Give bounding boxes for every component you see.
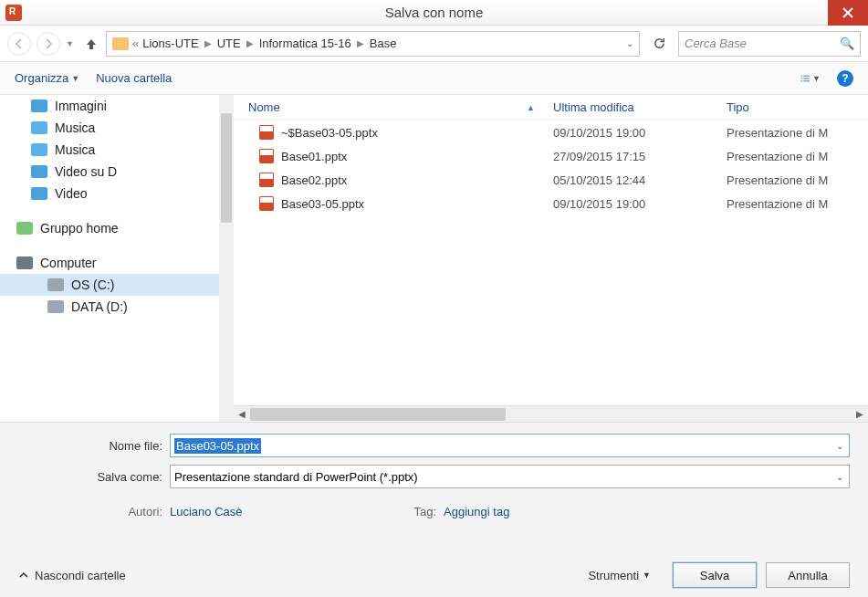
- tag-label: Tag:: [414, 505, 437, 518]
- file-row[interactable]: Base01.pptx 27/09/2015 17:15 Presentazio…: [234, 144, 868, 168]
- header-type[interactable]: Tipo: [727, 100, 868, 114]
- search-icon: 🔍: [840, 37, 854, 50]
- header-name[interactable]: Nome▲: [234, 100, 553, 114]
- crumb-prefix: «: [132, 37, 139, 50]
- sidebar-drive-c[interactable]: OS (C:): [0, 274, 234, 296]
- svg-rect-7: [803, 80, 810, 81]
- address-bar[interactable]: « Lions-UTE ▶ UTE ▶ Informatica 15-16 ▶ …: [106, 31, 640, 57]
- file-row[interactable]: Base02.pptx 05/10/2015 12:44 Presentazio…: [234, 168, 868, 192]
- hide-folders-button[interactable]: Nascondi cartelle: [18, 569, 126, 582]
- arrow-up-icon: [85, 37, 98, 50]
- sort-asc-icon: ▲: [527, 103, 535, 112]
- chevron-right-icon: ▶: [245, 38, 256, 48]
- music-icon: [31, 121, 47, 134]
- close-button[interactable]: [828, 0, 868, 26]
- title-bar: Salva con nome: [0, 0, 868, 26]
- tools-label: Strumenti: [588, 569, 639, 582]
- video-icon: [31, 187, 47, 200]
- forward-button[interactable]: [37, 32, 60, 56]
- scroll-right-icon[interactable]: ▶: [852, 409, 868, 419]
- history-dropdown[interactable]: ▼: [66, 39, 77, 48]
- sidebar-item-label: Gruppo home: [40, 221, 119, 236]
- pptx-icon: [259, 196, 274, 211]
- pptx-icon: [259, 149, 274, 163]
- sidebar-scrollbar[interactable]: [219, 95, 234, 422]
- sidebar-item-music[interactable]: Musica: [0, 117, 234, 139]
- file-row[interactable]: ~$Base03-05.pptx 09/10/2015 19:00 Presen…: [234, 120, 868, 144]
- sidebar: Immagini Musica Musica Video su D Video …: [0, 95, 234, 422]
- header-modified[interactable]: Ultima modifica: [553, 100, 727, 114]
- file-hscrollbar[interactable]: ◀ ▶: [234, 405, 868, 422]
- video-icon: [31, 165, 47, 178]
- authors-value[interactable]: Luciano Casè: [170, 505, 243, 518]
- folder-icon: [112, 37, 129, 50]
- savetype-value: Presentazione standard di PowerPoint (*.…: [174, 470, 418, 484]
- file-type: Presentazione di M: [727, 197, 868, 211]
- address-dropdown[interactable]: ⌄: [626, 38, 633, 48]
- scrollbar-thumb[interactable]: [250, 408, 506, 421]
- scrollbar-thumb[interactable]: [221, 113, 232, 223]
- up-button[interactable]: [82, 35, 100, 53]
- file-row[interactable]: Base03-05.pptx 09/10/2015 19:00 Presenta…: [234, 192, 868, 215]
- file-name: Base01.pptx: [281, 150, 347, 163]
- save-button[interactable]: Salva: [673, 562, 757, 588]
- crumb-2[interactable]: Informatica 15-16: [259, 37, 351, 50]
- crumb-1[interactable]: UTE: [217, 37, 241, 50]
- authors-label: Autori:: [18, 505, 162, 518]
- chevron-down-icon[interactable]: ⌄: [836, 441, 843, 451]
- sidebar-item-video[interactable]: Video: [0, 183, 234, 204]
- music-icon: [31, 143, 47, 156]
- sidebar-item-label: Immagini: [55, 99, 107, 113]
- drive-icon: [47, 300, 64, 313]
- sidebar-item-label: OS (C:): [71, 278, 114, 292]
- back-button[interactable]: [7, 32, 31, 56]
- filename-input[interactable]: Base03-05.pptx ⌄: [170, 434, 850, 457]
- body-split: Immagini Musica Musica Video su D Video …: [0, 95, 868, 422]
- svg-rect-2: [801, 75, 803, 76]
- sidebar-drive-d[interactable]: DATA (D:): [0, 296, 234, 318]
- file-modified: 05/10/2015 12:44: [553, 173, 727, 187]
- chevron-down-icon: ▼: [812, 74, 821, 83]
- chevron-up-icon: [18, 570, 29, 581]
- crumb-0[interactable]: Lions-UTE: [142, 37, 198, 50]
- scroll-left-icon[interactable]: ◀: [234, 409, 250, 419]
- svg-rect-3: [803, 75, 810, 76]
- search-input[interactable]: Cerca Base 🔍: [678, 31, 861, 57]
- file-modified: 09/10/2015 19:00: [553, 126, 727, 140]
- homegroup-icon: [16, 222, 33, 235]
- organize-label: Organizza: [15, 71, 68, 85]
- sidebar-item-label: Musica: [55, 120, 95, 135]
- tag-value[interactable]: Aggiungi tag: [444, 505, 509, 518]
- drive-icon: [47, 278, 64, 291]
- organize-menu[interactable]: Organizza ▼: [15, 71, 79, 85]
- help-button[interactable]: ?: [837, 70, 853, 87]
- savetype-select[interactable]: Presentazione standard di PowerPoint (*.…: [170, 465, 850, 488]
- nav-row: ▼ « Lions-UTE ▶ UTE ▶ Informatica 15-16 …: [0, 26, 868, 62]
- chevron-down-icon: ▼: [643, 571, 651, 580]
- file-name: Base03-05.pptx: [281, 197, 364, 211]
- svg-rect-5: [803, 78, 810, 79]
- arrow-right-icon: [43, 38, 54, 49]
- sidebar-item-images[interactable]: Immagini: [0, 95, 234, 117]
- file-type: Presentazione di M: [727, 173, 868, 187]
- chevron-down-icon[interactable]: ⌄: [836, 472, 843, 482]
- refresh-button[interactable]: [645, 31, 673, 57]
- cancel-button[interactable]: Annulla: [766, 562, 850, 588]
- sidebar-item-video-d[interactable]: Video su D: [0, 161, 234, 183]
- pictures-icon: [31, 100, 47, 112]
- tools-menu[interactable]: Strumenti ▼: [588, 569, 651, 582]
- file-modified: 09/10/2015 19:00: [553, 197, 727, 211]
- sidebar-computer[interactable]: Computer: [0, 252, 234, 274]
- sidebar-homegroup[interactable]: Gruppo home: [0, 217, 234, 239]
- file-list: Nome▲ Ultima modifica Tipo ~$Base03-05.p…: [234, 95, 868, 422]
- sidebar-item-music-2[interactable]: Musica: [0, 139, 234, 161]
- file-list-header: Nome▲ Ultima modifica Tipo: [234, 95, 868, 120]
- toolbar: Organizza ▼ Nuova cartella ▼ ?: [0, 62, 868, 95]
- crumb-3[interactable]: Base: [370, 37, 397, 50]
- sidebar-item-label: Video su D: [55, 164, 117, 179]
- pptx-icon: [259, 125, 274, 140]
- new-folder-button[interactable]: Nuova cartella: [96, 71, 172, 85]
- view-options-button[interactable]: ▼: [800, 70, 821, 87]
- svg-rect-4: [801, 78, 803, 79]
- chevron-right-icon: ▶: [355, 38, 366, 48]
